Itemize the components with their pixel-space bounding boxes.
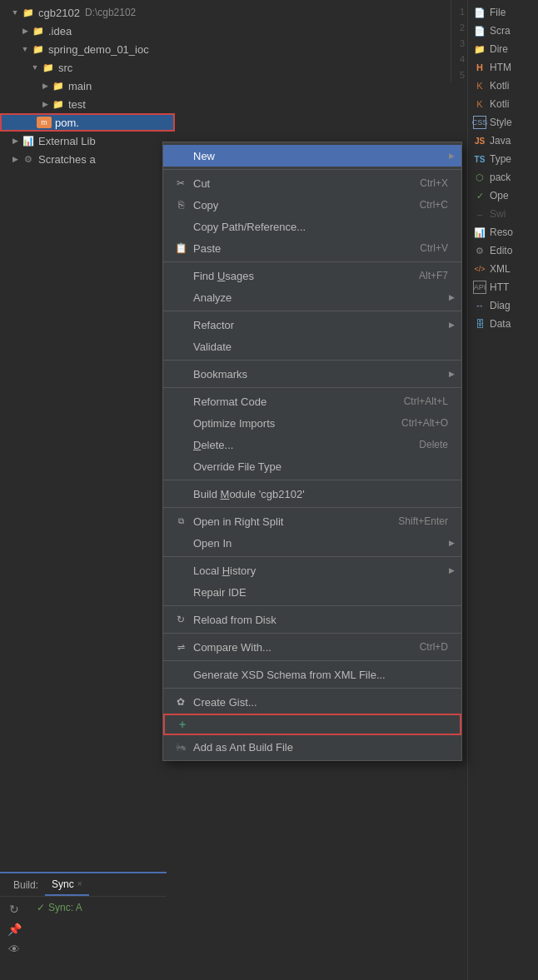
menu-open-in[interactable]: Open In <box>163 532 461 554</box>
right-ope[interactable]: ✓ Ope <box>468 187 538 205</box>
root-folder-icon: 📁 <box>22 6 35 19</box>
menu-add-maven[interactable]: + <box>163 714 461 735</box>
diag-icon: ↔ <box>473 299 486 312</box>
generate-xsd-label: Generate XSD Schema from XML File... <box>193 669 448 681</box>
src-label: src <box>58 62 72 74</box>
right-pack[interactable]: ⬡ pack <box>468 168 538 187</box>
sync-tab-close[interactable]: × <box>77 879 82 888</box>
menu-find-usages[interactable]: Find Usages Alt+F7 <box>163 265 461 286</box>
local-history-label: Local History <box>193 565 448 577</box>
right-kotli2[interactable]: K Kotli <box>468 95 538 113</box>
menu-analyze[interactable]: Analyze <box>163 286 461 308</box>
spring-label: spring_demo_01_ioc <box>48 43 149 56</box>
menu-build-module[interactable]: Build Module 'cgb2102' <box>163 483 461 505</box>
sync-tab-label: Sync <box>52 878 74 890</box>
menu-delete[interactable]: Delete... Delete <box>163 434 461 455</box>
reload-icon: ↻ <box>173 612 188 627</box>
find-usages-shortcut: Alt+F7 <box>419 270 448 281</box>
pin-action[interactable]: 📌 <box>5 920 23 938</box>
tree-src[interactable]: ▼ 📁 src <box>0 58 175 77</box>
external-label: External Lib <box>38 135 96 147</box>
cut-icon: ✂ <box>173 176 188 191</box>
menu-new[interactable]: New <box>163 145 461 167</box>
menu-local-history[interactable]: Local History <box>163 560 461 581</box>
menu-cut[interactable]: ✂ Cut Ctrl+X <box>163 172 461 194</box>
right-style-label: Style <box>490 117 512 128</box>
right-java[interactable]: JS Java <box>468 132 538 150</box>
type-icon: TS <box>473 152 486 166</box>
menu-validate[interactable]: Validate <box>163 336 461 357</box>
src-folder-icon: 📁 <box>42 61 55 74</box>
sep8 <box>163 605 461 606</box>
build-panel: Build: Sync × ↻ 📌 👁 ✓ Sync: A <box>0 872 167 980</box>
reformat-icon <box>173 394 188 409</box>
reload-action[interactable]: ↻ <box>5 900 23 918</box>
bookmarks-label: Bookmarks <box>193 368 448 381</box>
menu-copy-path[interactable]: Copy Path/Reference... <box>163 216 461 237</box>
menu-refactor[interactable]: Refactor <box>163 314 461 336</box>
bookmarks-icon <box>173 366 188 381</box>
tree-scratches[interactable]: ▶ ⚙ Scratches a <box>0 150 175 168</box>
right-ope-label: Ope <box>490 190 509 201</box>
right-http[interactable]: API HTT <box>468 278 538 296</box>
ope-icon: ✓ <box>473 189 486 202</box>
right-diag[interactable]: ↔ Diag <box>468 296 538 315</box>
tree-idea[interactable]: ▶ 📁 .idea <box>0 22 175 40</box>
right-type[interactable]: TS Type <box>468 150 538 168</box>
menu-compare[interactable]: ⇌ Compare With... Ctrl+D <box>163 636 461 658</box>
build-tab-label: Build: <box>7 873 45 896</box>
tree-main[interactable]: ▶ 📁 main <box>0 77 175 95</box>
right-htm-label: HTM <box>490 62 511 73</box>
menu-override-file[interactable]: Override File Type <box>163 455 461 477</box>
tree-pom[interactable]: m pom. <box>0 113 175 132</box>
menu-repair-ide[interactable]: Repair IDE <box>163 581 461 603</box>
right-style[interactable]: CSS Style <box>468 113 538 132</box>
root-label: cgb2102 <box>38 7 80 19</box>
tree-spring-demo[interactable]: ▼ 📁 spring_demo_01_ioc <box>0 40 175 58</box>
right-swi[interactable]: – Swi <box>468 205 538 223</box>
menu-copy[interactable]: ⎘ Copy Ctrl+C <box>163 194 461 216</box>
open-in-icon <box>173 535 188 550</box>
menu-paste[interactable]: 📋 Paste Ctrl+V <box>163 237 461 259</box>
sync-tab[interactable]: Sync × <box>45 873 89 896</box>
menu-reload[interactable]: ↻ Reload from Disk <box>163 609 461 630</box>
right-edito[interactable]: ⚙ Edito <box>468 241 538 260</box>
create-gist-label: Create Gist... <box>193 696 448 709</box>
menu-reformat[interactable]: Reformat Code Ctrl+Alt+L <box>163 391 461 412</box>
right-data[interactable]: 🗄 Data <box>468 315 538 333</box>
line-3: 3 <box>451 35 467 51</box>
data-icon: 🗄 <box>473 317 486 331</box>
open-right-label: Open in Right Split <box>193 515 381 528</box>
right-htm[interactable]: H HTM <box>468 58 538 77</box>
main-folder-icon: 📁 <box>52 79 65 92</box>
tree-root[interactable]: ▼ 📁 cgb2102 D:\cgb2102 <box>0 3 175 22</box>
right-scra[interactable]: 📄 Scra <box>468 22 538 40</box>
kotli1-icon: K <box>473 79 486 92</box>
menu-optimize[interactable]: Optimize Imports Ctrl+Alt+O <box>163 412 461 434</box>
menu-bookmarks[interactable]: Bookmarks <box>163 363 461 385</box>
find-usages-icon <box>173 268 188 283</box>
menu-add-ant[interactable]: 🐜 Add as Ant Build File <box>163 736 461 758</box>
optimize-icon <box>173 415 188 430</box>
tree-arrow-test: ▶ <box>40 99 50 109</box>
right-xml[interactable]: </> XML <box>468 260 538 278</box>
tree-external[interactable]: ▶ 📊 External Lib <box>0 132 175 150</box>
pom-label: pom. <box>55 117 79 129</box>
menu-open-right[interactable]: ⧉ Open in Right Split Shift+Enter <box>163 510 461 532</box>
right-file[interactable]: 📄 File <box>468 3 538 22</box>
right-panel: 📄 File 📄 Scra 📁 Dire H HTM K Kotli K Kot… <box>467 0 538 980</box>
menu-create-gist[interactable]: ✿ Create Gist... <box>163 691 461 713</box>
right-dire[interactable]: 📁 Dire <box>468 40 538 58</box>
tree-test[interactable]: ▶ 📁 test <box>0 95 175 113</box>
compare-icon: ⇌ <box>173 639 188 654</box>
compare-label: Compare With... <box>193 641 403 654</box>
right-reso[interactable]: 📊 Reso <box>468 223 538 241</box>
line-1: 1 <box>451 3 467 19</box>
menu-generate-xsd[interactable]: Generate XSD Schema from XML File... <box>163 664 461 685</box>
open-right-icon: ⧉ <box>173 514 188 529</box>
ant-icon: 🐜 <box>173 739 188 754</box>
eye-action[interactable]: 👁 <box>5 940 23 958</box>
root-path: D:\cgb2102 <box>85 7 136 18</box>
right-kotli1[interactable]: K Kotli <box>468 77 538 95</box>
paste-label: Paste <box>193 242 403 255</box>
